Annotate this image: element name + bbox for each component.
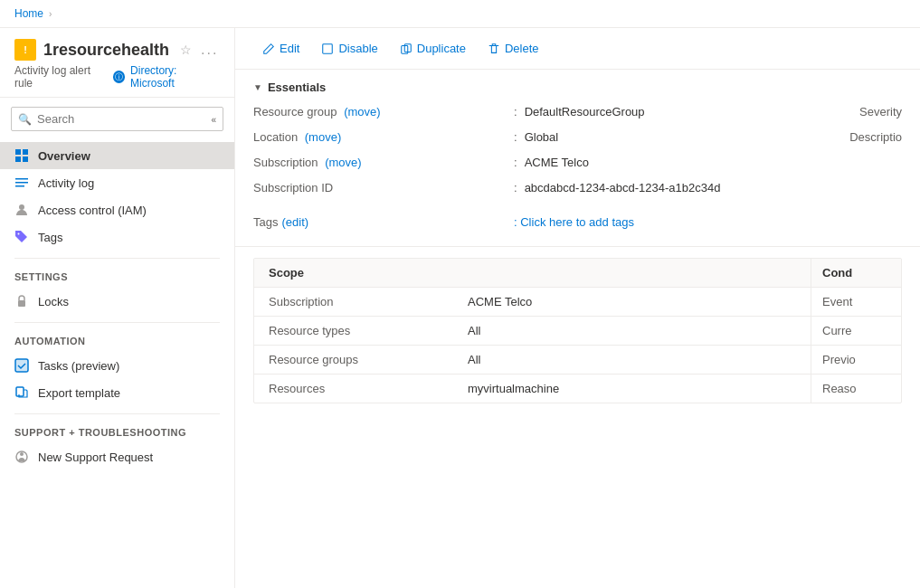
overview-icon bbox=[14, 148, 29, 163]
svg-rect-2 bbox=[15, 156, 21, 162]
scope-table-header: Scope bbox=[254, 259, 811, 288]
resource-group-label: Resource group (move) bbox=[253, 105, 507, 119]
overview-label: Overview bbox=[38, 149, 90, 163]
svg-rect-12 bbox=[16, 387, 24, 396]
sidebar-item-activity-log[interactable]: Activity log bbox=[0, 169, 234, 196]
svg-rect-1 bbox=[23, 149, 28, 155]
sidebar-item-locks[interactable]: Locks bbox=[0, 288, 234, 315]
nav-divider-automation bbox=[14, 322, 220, 323]
settings-section-label: Settings bbox=[0, 264, 234, 286]
directory-label: Directory: Microsoft bbox=[130, 64, 220, 90]
sidebar-item-overview[interactable]: Overview bbox=[0, 142, 234, 169]
resource-group-move-link[interactable]: (move) bbox=[344, 105, 380, 119]
essentials-tags-row: Tags (edit) : Click here to add tags bbox=[253, 212, 902, 232]
breadcrumb: Home › bbox=[0, 0, 920, 28]
essentials-section: ▼ Essentials Resource group (move) : Def… bbox=[235, 70, 920, 247]
resource-type-label: Activity log alert rule bbox=[14, 64, 108, 90]
scope-resource-groups-value: All bbox=[468, 353, 480, 366]
essentials-grid: Resource group (move) : DefaultResourceG… bbox=[253, 105, 902, 232]
delete-icon bbox=[488, 43, 500, 55]
locks-label: Locks bbox=[38, 295, 69, 308]
scope-resources-value: myvirtualmachine bbox=[468, 382, 559, 395]
resource-name: 1resourcehealth bbox=[43, 41, 169, 60]
tags-icon bbox=[14, 230, 29, 244]
scope-section: Scope Subscription ACME Telco Resource t… bbox=[235, 247, 920, 414]
nav-section-support: New Support Request bbox=[0, 441, 234, 472]
activity-log-label: Activity log bbox=[38, 176, 94, 190]
svg-rect-15 bbox=[323, 43, 333, 53]
search-icon: 🔍 bbox=[18, 113, 32, 126]
sidebar-item-tags[interactable]: Tags bbox=[0, 223, 234, 251]
duplicate-icon bbox=[400, 43, 413, 55]
essentials-resource-group-row: Resource group (move) : DefaultResourceG… bbox=[253, 105, 902, 125]
svg-point-7 bbox=[19, 204, 24, 210]
sidebar-item-export[interactable]: Export template bbox=[0, 379, 234, 406]
svg-point-14 bbox=[20, 452, 24, 456]
search-input[interactable] bbox=[11, 107, 223, 131]
info-icon[interactable]: ⓘ bbox=[113, 71, 125, 83]
sidebar-item-iam[interactable]: Access control (IAM) bbox=[0, 196, 234, 223]
tags-label: Tags (edit) bbox=[253, 215, 507, 229]
content-area: Edit Disable Duplicate Delete ▼ bbox=[235, 28, 920, 588]
nav-section-automation: Tasks (preview) Export template bbox=[0, 350, 234, 408]
support-icon bbox=[14, 450, 29, 464]
collapse-icon[interactable]: ▼ bbox=[253, 82, 262, 92]
essentials-subscription-id-row: Subscription ID : abcdabcd-1234-abcd-123… bbox=[253, 181, 902, 201]
severity-label: Severity bbox=[830, 105, 902, 119]
svg-rect-10 bbox=[15, 359, 28, 372]
iam-icon bbox=[14, 203, 29, 217]
resource-header: ! 1resourcehealth ☆ ... Activity log ale… bbox=[0, 28, 234, 98]
essentials-header: ▼ Essentials bbox=[253, 81, 902, 94]
tags-add-link[interactable]: : Click here to add tags bbox=[514, 215, 634, 229]
nav-section-main: Overview Activity log Access control (IA… bbox=[0, 140, 234, 252]
automation-section-label: Automation bbox=[0, 328, 234, 350]
svg-rect-3 bbox=[23, 156, 28, 162]
scope-resource-types-value: All bbox=[468, 324, 480, 337]
disable-icon bbox=[321, 43, 334, 55]
description-label: Descriptio bbox=[830, 130, 902, 144]
export-icon bbox=[14, 385, 29, 400]
scope-subscription-value: ACME Telco bbox=[468, 295, 532, 308]
scope-subscription-row: Subscription ACME Telco bbox=[254, 288, 811, 317]
scope-table-wrapper: Scope Subscription ACME Telco Resource t… bbox=[253, 258, 902, 403]
sidebar-item-tasks[interactable]: Tasks (preview) bbox=[0, 352, 234, 379]
favorite-star-icon[interactable]: ☆ bbox=[180, 43, 192, 57]
main-layout: ! 1resourcehealth ☆ ... Activity log ale… bbox=[0, 28, 920, 588]
edit-button[interactable]: Edit bbox=[253, 37, 308, 60]
condition-header: Cond bbox=[811, 259, 901, 288]
subscription-label: Subscription (move) bbox=[253, 156, 507, 169]
scope-resource-types-row: Resource types All bbox=[254, 317, 811, 346]
condition-reason-row: Reaso bbox=[811, 375, 901, 403]
breadcrumb-home[interactable]: Home bbox=[14, 7, 43, 20]
app-container: Home › ! 1resourcehealth ☆ ... Activity … bbox=[0, 0, 920, 588]
condition-previous-row: Previo bbox=[811, 346, 901, 375]
more-options-icon[interactable]: ... bbox=[201, 42, 218, 58]
tags-edit-link[interactable]: (edit) bbox=[281, 215, 308, 229]
duplicate-button[interactable]: Duplicate bbox=[391, 37, 475, 60]
subscription-move-link[interactable]: (move) bbox=[325, 156, 361, 169]
export-label: Export template bbox=[38, 386, 120, 400]
locks-icon bbox=[14, 294, 29, 308]
subscription-id-value: abcdabcd-1234-abcd-1234-a1b2c34d bbox=[525, 181, 721, 194]
disable-button[interactable]: Disable bbox=[312, 37, 386, 60]
resource-group-value[interactable]: DefaultResourceGroup bbox=[525, 105, 645, 119]
svg-rect-0 bbox=[15, 149, 21, 155]
tags-label: Tags bbox=[38, 231, 62, 244]
essentials-subscription-row: Subscription (move) : ACME Telco bbox=[253, 156, 902, 175]
essentials-location-row: Location (move) : Global Descriptio bbox=[253, 130, 902, 150]
collapse-icon[interactable]: « bbox=[211, 114, 216, 124]
location-move-link[interactable]: (move) bbox=[305, 130, 341, 144]
sidebar-item-support-request[interactable]: New Support Request bbox=[0, 443, 234, 470]
delete-button[interactable]: Delete bbox=[479, 37, 548, 60]
support-request-label: New Support Request bbox=[38, 450, 153, 464]
breadcrumb-sep: › bbox=[49, 9, 52, 19]
support-section-label: Support + troubleshooting bbox=[0, 420, 234, 441]
search-box: 🔍 « bbox=[11, 107, 223, 131]
edit-icon bbox=[262, 43, 275, 55]
resource-subtitle: Activity log alert rule ⓘ Directory: Mic… bbox=[14, 64, 220, 90]
essentials-title: Essentials bbox=[268, 81, 326, 94]
scope-subscription-label: Subscription bbox=[269, 295, 468, 308]
subscription-value[interactable]: ACME Telco bbox=[525, 156, 589, 169]
tasks-icon bbox=[14, 358, 29, 373]
scope-resources-label: Resources bbox=[269, 382, 468, 395]
